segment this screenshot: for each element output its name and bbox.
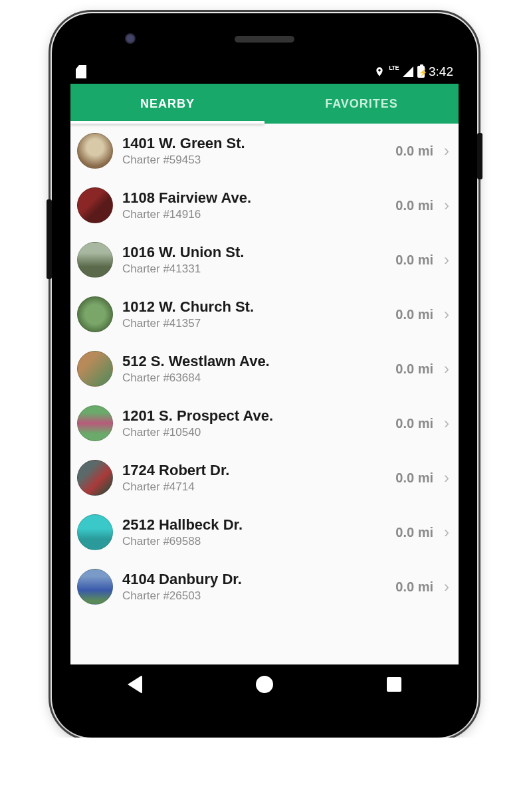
list-item-distance: 0.0 mi <box>395 253 433 268</box>
tab-favorites-label: FAVORITES <box>325 97 398 111</box>
chevron-right-icon: › <box>444 361 449 377</box>
list-item[interactable]: 1108 Fairview Ave.Charter #149160.0 mi› <box>70 178 459 233</box>
chevron-right-icon: › <box>444 470 449 486</box>
avatar <box>77 514 113 550</box>
list-item-subtitle: Charter #4714 <box>122 480 386 494</box>
list-item-subtitle: Charter #69588 <box>122 535 386 548</box>
list-item[interactable]: 512 S. Westlawn Ave.Charter #636840.0 mi… <box>70 342 459 396</box>
battery-icon: ⚡ <box>417 66 425 78</box>
list-item-title: 2512 Hallbeck Dr. <box>122 516 386 534</box>
list-item-subtitle: Charter #26503 <box>122 589 386 603</box>
screen: LTE ⚡ 3:42 NEARBY FAVORITES 1401 W. Gree… <box>70 60 459 704</box>
power-button <box>477 133 482 179</box>
phone-frame: LTE ⚡ 3:42 NEARBY FAVORITES 1401 W. Gree… <box>52 13 477 738</box>
list-item[interactable]: 1016 W. Union St.Charter #413310.0 mi› <box>70 233 459 287</box>
list-item-distance: 0.0 mi <box>395 361 433 377</box>
list-item[interactable]: 1201 S. Prospect Ave.Charter #105400.0 m… <box>70 396 459 451</box>
avatar <box>77 460 113 496</box>
library-list[interactable]: 1401 W. Green St.Charter #594530.0 mi›11… <box>70 124 459 664</box>
list-item[interactable]: 1401 W. Green St.Charter #594530.0 mi› <box>70 124 459 178</box>
chevron-right-icon: › <box>444 143 449 159</box>
list-item[interactable]: 2512 Hallbeck Dr.Charter #695880.0 mi› <box>70 505 459 559</box>
chevron-right-icon: › <box>444 524 449 540</box>
tab-nearby-label: NEARBY <box>140 97 195 111</box>
list-item-texts: 2512 Hallbeck Dr.Charter #69588 <box>122 516 386 548</box>
phone-camera <box>125 33 136 44</box>
list-item-texts: 1401 W. Green St.Charter #59453 <box>122 135 386 167</box>
home-button[interactable] <box>256 676 273 693</box>
lte-label: LTE <box>389 65 399 71</box>
signal-icon <box>403 66 413 77</box>
list-item-title: 512 S. Westlawn Ave. <box>122 353 386 370</box>
list-item[interactable]: 1724 Robert Dr.Charter #47140.0 mi› <box>70 451 459 505</box>
avatar <box>77 405 113 441</box>
list-item-title: 1012 W. Church St. <box>122 298 386 316</box>
list-item-title: 1201 S. Prospect Ave. <box>122 407 386 425</box>
list-item-title: 1401 W. Green St. <box>122 135 386 152</box>
status-bar: LTE ⚡ 3:42 <box>70 60 459 84</box>
chevron-right-icon: › <box>444 252 449 268</box>
avatar <box>77 296 113 332</box>
list-item-subtitle: Charter #10540 <box>122 426 386 439</box>
list-item-title: 1016 W. Union St. <box>122 244 386 261</box>
list-item-subtitle: Charter #14916 <box>122 208 386 221</box>
back-button[interactable] <box>128 675 142 694</box>
chevron-right-icon: › <box>444 415 449 431</box>
list-item-distance: 0.0 mi <box>395 307 433 322</box>
tab-bar: NEARBY FAVORITES <box>70 84 459 124</box>
clock: 3:42 <box>429 64 453 79</box>
list-item-texts: 1108 Fairview Ave.Charter #14916 <box>122 189 386 221</box>
chevron-right-icon: › <box>444 197 449 213</box>
avatar <box>77 242 113 278</box>
avatar <box>77 187 113 223</box>
list-item[interactable]: 1012 W. Church St.Charter #413570.0 mi› <box>70 287 459 342</box>
list-item-texts: 512 S. Westlawn Ave.Charter #63684 <box>122 353 386 385</box>
list-item-subtitle: Charter #63684 <box>122 371 386 385</box>
list-item-subtitle: Charter #41331 <box>122 262 386 276</box>
list-item-title: 1724 Robert Dr. <box>122 462 386 479</box>
sd-card-icon <box>76 65 86 78</box>
avatar <box>77 569 113 605</box>
recent-button[interactable] <box>387 677 401 692</box>
list-item-texts: 1012 W. Church St.Charter #41357 <box>122 298 386 330</box>
list-item-distance: 0.0 mi <box>395 198 433 213</box>
tab-favorites[interactable]: FAVORITES <box>264 84 459 124</box>
chevron-right-icon: › <box>444 579 449 595</box>
avatar <box>77 133 113 169</box>
chevron-right-icon: › <box>444 306 449 322</box>
phone-speaker <box>235 36 294 43</box>
list-item-distance: 0.0 mi <box>395 525 433 540</box>
list-item-distance: 0.0 mi <box>395 144 433 159</box>
list-item-subtitle: Charter #59453 <box>122 153 386 167</box>
volume-button <box>47 199 52 279</box>
list-item-texts: 1201 S. Prospect Ave.Charter #10540 <box>122 407 386 439</box>
list-item-texts: 1016 W. Union St.Charter #41331 <box>122 244 386 276</box>
list-item-texts: 4104 Danbury Dr.Charter #26503 <box>122 571 386 603</box>
list-item-title: 4104 Danbury Dr. <box>122 571 386 588</box>
list-item[interactable]: 4104 Danbury Dr.Charter #265030.0 mi› <box>70 559 459 614</box>
list-item-distance: 0.0 mi <box>395 470 433 486</box>
list-item-distance: 0.0 mi <box>395 416 433 431</box>
avatar <box>77 351 113 387</box>
tab-nearby[interactable]: NEARBY <box>70 84 264 124</box>
list-item-subtitle: Charter #41357 <box>122 317 386 330</box>
list-item-title: 1108 Fairview Ave. <box>122 189 386 207</box>
android-nav-bar <box>70 664 459 704</box>
list-item-distance: 0.0 mi <box>395 579 433 595</box>
list-item-texts: 1724 Robert Dr.Charter #4714 <box>122 462 386 494</box>
location-icon <box>374 65 385 78</box>
